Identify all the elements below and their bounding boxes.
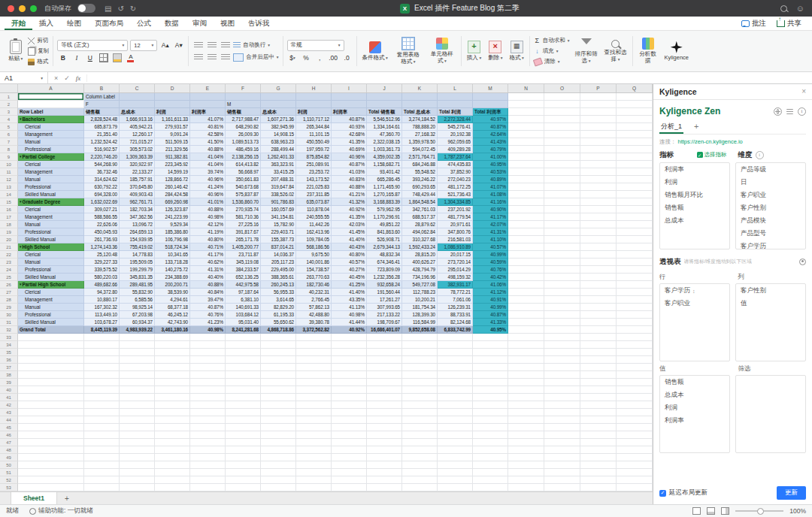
ribbon-tab-告诉我[interactable]: 告诉我 (241, 17, 277, 30)
cell[interactable] (120, 334, 155, 341)
row-header-27[interactable]: 27 (0, 289, 18, 296)
cell[interactable] (84, 341, 120, 349)
cell[interactable]: 40.87% (473, 123, 508, 131)
cell[interactable]: 40.98% (190, 213, 226, 221)
cell[interactable] (367, 469, 402, 476)
cell[interactable] (617, 326, 653, 334)
cell[interactable]: 205,117.23 (261, 258, 296, 266)
cell[interactable] (544, 484, 580, 491)
cell[interactable] (473, 446, 508, 454)
cell[interactable] (332, 379, 367, 386)
cell[interactable]: 264,659.13 (120, 228, 155, 236)
cell[interactable] (580, 409, 617, 416)
cell[interactable] (508, 446, 544, 454)
comma-format-button[interactable]: , (314, 53, 326, 63)
cell[interactable] (580, 349, 617, 356)
cell[interactable]: 41.31% (190, 266, 226, 274)
column-header-H[interactable]: H (296, 84, 332, 92)
column-header-G[interactable]: G (261, 84, 296, 92)
row-label-cell[interactable] (18, 334, 84, 341)
cell[interactable] (617, 153, 653, 161)
cell[interactable] (155, 101, 190, 108)
cell[interactable] (402, 349, 438, 356)
cell[interactable]: 总成本 (261, 108, 296, 116)
cell[interactable] (580, 431, 617, 439)
cell[interactable] (261, 439, 296, 446)
cell[interactable]: 307,993.65 (367, 304, 402, 311)
cell[interactable] (296, 356, 332, 364)
cancel-entry-icon[interactable]: × (54, 74, 58, 82)
cell[interactable] (190, 454, 226, 461)
cell[interactable] (438, 401, 473, 409)
cell[interactable] (332, 476, 367, 484)
insert-cells-button[interactable]: + 插入 (465, 41, 483, 62)
row-header-20[interactable]: 20 (0, 236, 18, 243)
row-header-2[interactable]: 2 (0, 101, 18, 108)
cell[interactable]: 635,073.87 (296, 198, 332, 206)
cell[interactable] (120, 446, 155, 454)
cell[interactable] (190, 93, 226, 101)
cell[interactable]: 1,309,363.39 (120, 153, 155, 161)
cell[interactable] (508, 401, 544, 409)
row-label-cell[interactable] (18, 431, 84, 439)
row-label-cell[interactable]: Management (18, 213, 84, 221)
row-label-cell[interactable]: ▾High School (18, 243, 84, 251)
cell[interactable] (617, 311, 653, 319)
cell[interactable] (155, 439, 190, 446)
row-header-53[interactable]: 53 (0, 484, 18, 491)
cell[interactable] (580, 356, 617, 364)
cell[interactable] (120, 101, 155, 108)
cell[interactable] (544, 289, 580, 296)
cell[interactable] (544, 364, 580, 371)
cell[interactable]: 126,323.87 (155, 206, 190, 213)
cell[interactable] (473, 334, 508, 341)
cell[interactable] (261, 379, 296, 386)
cell[interactable] (402, 386, 438, 394)
cell[interactable] (580, 334, 617, 341)
cell[interactable] (508, 439, 544, 446)
cell[interactable] (84, 416, 120, 424)
cell[interactable]: 40.88% (190, 146, 226, 153)
increase-decimal-button[interactable]: .00 (328, 53, 339, 63)
cell[interactable] (544, 258, 580, 266)
cell[interactable]: 400,626.27 (402, 258, 438, 266)
cell[interactable] (438, 446, 473, 454)
cell[interactable] (508, 476, 544, 484)
cell[interactable]: 41.16% (473, 198, 508, 206)
cell[interactable]: 674,346.41 (367, 258, 402, 266)
cell[interactable]: 1,232,356.28 (367, 274, 402, 281)
cell[interactable] (438, 476, 473, 484)
row-header-12[interactable]: 12 (0, 176, 18, 183)
cell[interactable] (473, 484, 508, 491)
row-header-19[interactable]: 19 (0, 228, 18, 236)
cell[interactable] (120, 424, 155, 431)
cell[interactable] (544, 469, 580, 476)
zoom-slider[interactable] (735, 510, 783, 512)
cell[interactable] (617, 228, 653, 236)
cell[interactable] (84, 401, 120, 409)
row-label-cell[interactable] (18, 401, 84, 409)
cell[interactable]: 40.99% (473, 251, 508, 258)
cell[interactable]: 143,173.52 (296, 176, 332, 183)
cell[interactable]: 7,061.06 (438, 296, 473, 304)
cell[interactable]: 8,445,119.39 (84, 326, 120, 334)
italic-button[interactable]: I (71, 53, 82, 63)
cell[interactable]: 销售额 (84, 108, 120, 116)
cell[interactable] (367, 379, 402, 386)
cell[interactable] (544, 266, 580, 274)
cell[interactable]: 481,779.54 (438, 213, 473, 221)
cell[interactable]: 6,585.56 (120, 296, 155, 304)
insert-function-icon[interactable]: fx (76, 74, 81, 82)
cell[interactable]: 1,304,334.85 (438, 198, 473, 206)
column-header-O[interactable]: O (544, 84, 580, 92)
cell[interactable]: 40.98% (190, 326, 226, 334)
ribbon-tab-视图[interactable]: 视图 (214, 17, 241, 30)
cell[interactable]: 14,778.83 (120, 251, 155, 258)
cell[interactable] (617, 289, 653, 296)
cell[interactable] (508, 108, 544, 116)
cell[interactable] (617, 281, 653, 289)
row-header-18[interactable]: 18 (0, 221, 18, 228)
cell[interactable]: 41.23% (190, 319, 226, 326)
cell[interactable]: 40.96% (190, 191, 226, 198)
cell[interactable] (617, 296, 653, 304)
